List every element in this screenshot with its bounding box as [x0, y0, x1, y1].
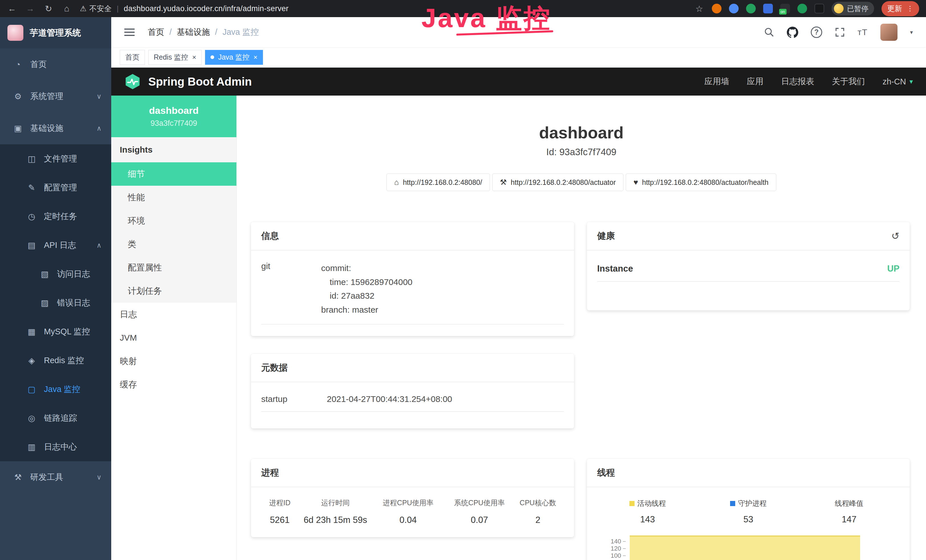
breadcrumb-infra[interactable]: 基础设施 [177, 27, 210, 38]
sba-nav-wallboard[interactable]: 应用墙 [704, 76, 729, 87]
menu-item-jvm[interactable]: JVM [111, 326, 236, 350]
update-button[interactable]: 更新 ⋮ [882, 1, 919, 16]
browser-home-icon[interactable]: ⌂ [62, 4, 72, 14]
legend-swatch-blue [730, 501, 735, 506]
tab-home[interactable]: 首页 [120, 50, 145, 65]
sidebar-item-dev-tools[interactable]: ⚒ 研发工具 ∨ [0, 461, 111, 493]
forward-icon[interactable]: → [25, 4, 35, 14]
sidebar-item-tracing[interactable]: ◎ 链路追踪 [0, 404, 111, 433]
profile-paused-badge[interactable]: 已暂停 [832, 2, 874, 15]
font-size-icon[interactable]: тT [858, 27, 868, 37]
menu-item-scheduled-tasks[interactable]: 计划任务 [111, 279, 236, 303]
actuator-url: http://192.168.0.2:48080/actuator [511, 178, 616, 186]
caret-down-icon: ▾ [909, 77, 913, 86]
sidebar-item-label: 首页 [30, 59, 47, 70]
heart-icon: ♥ [633, 178, 638, 187]
sidebar-item-file-mgmt[interactable]: ◫ 文件管理 [0, 144, 111, 173]
dev-tools-icon: ⚒ [12, 472, 23, 482]
menu-item-classes[interactable]: 类 [111, 233, 236, 256]
user-avatar[interactable] [881, 24, 897, 41]
breadcrumb-home[interactable]: 首页 [148, 27, 164, 38]
github-icon[interactable] [787, 27, 798, 38]
sidebar-item-access-log[interactable]: ▧ 访问日志 [0, 260, 111, 288]
git-time-line: time: 1596289704000 [321, 275, 412, 289]
axis-tick: 140 [597, 538, 626, 545]
logo-avatar [8, 25, 23, 41]
sidebar-logo[interactable]: 芋道管理系统 [0, 17, 111, 48]
sidebar-item-scheduled-jobs[interactable]: ◷ 定时任务 [0, 202, 111, 231]
sidebar-item-system[interactable]: ⚙ 系统管理 ∨ [0, 80, 111, 112]
menu-item-mappings[interactable]: 映射 [111, 350, 236, 373]
back-icon[interactable]: ← [7, 4, 17, 14]
sidebar-item-redis-monitor[interactable]: ◈ Redis 监控 [0, 346, 111, 375]
actuator-url-button[interactable]: ⚒ http://192.168.0.2:48080/actuator [492, 173, 624, 191]
instance-id: 93a3fc7f7409 [151, 119, 197, 128]
home-icon: ⌂ [394, 178, 399, 187]
process-col-header: 进程CPU使用率 [383, 498, 433, 507]
info-card-header: 信息 [251, 222, 574, 250]
sidebar-item-home[interactable]: ◔ 首页 [0, 48, 111, 80]
menu-item-config-props[interactable]: 配置属性 [111, 256, 236, 279]
extension-icon[interactable] [746, 4, 756, 14]
threads-legend: 活动线程 143 守护进程 53 线程峰值 [597, 499, 899, 525]
search-icon[interactable] [764, 27, 774, 37]
process-cpu-value: 0.04 [399, 515, 417, 525]
sidebar-item-config-mgmt[interactable]: ✎ 配置管理 [0, 173, 111, 202]
puzzle-extension-icon[interactable] [814, 4, 824, 14]
sidebar-item-mysql-monitor[interactable]: ▦ MySQL 监控 [0, 317, 111, 346]
sba-nav-applications[interactable]: 应用 [747, 76, 763, 87]
menu-item-performance[interactable]: 性能 [111, 186, 236, 209]
tab-redis-monitor[interactable]: Redis 监控 × [148, 50, 202, 65]
history-icon[interactable]: ↺ [891, 230, 900, 242]
menu-item-details[interactable]: 细节 [111, 162, 236, 186]
extension-icon[interactable] [797, 4, 807, 14]
menu-item-logs[interactable]: 日志 [111, 303, 236, 326]
menu-item-caches[interactable]: 缓存 [111, 373, 236, 396]
header-actions: ? тT ▾ [764, 24, 913, 41]
sidebar-item-error-log[interactable]: ▨ 错误日志 [0, 288, 111, 317]
reload-icon[interactable]: ↻ [43, 4, 54, 14]
file-icon: ◫ [26, 154, 37, 164]
sba-nav-journal[interactable]: 日志报表 [781, 76, 814, 87]
sidebar-item-api-log[interactable]: ▤ API 日志 ∧ [0, 231, 111, 260]
sidebar-item-label: 错误日志 [57, 297, 90, 309]
health-url-button[interactable]: ♥ http://192.168.0.2:48080/actuator/heal… [626, 173, 776, 191]
chevron-up-icon: ∧ [96, 124, 101, 132]
sidebar-item-infra[interactable]: ▣ 基础设施 ∧ [0, 112, 111, 144]
daemon-threads-value: 53 [698, 515, 799, 525]
info-label: git [261, 261, 321, 317]
sidebar-item-label: 链路追踪 [44, 413, 77, 424]
tab-label: Redis 监控 [154, 53, 188, 62]
peak-threads-value: 147 [799, 515, 899, 525]
extension-icon[interactable] [712, 4, 722, 14]
fullscreen-icon[interactable] [835, 27, 845, 37]
extension-icon[interactable] [763, 4, 773, 14]
avatar-caret-icon[interactable]: ▾ [910, 29, 913, 36]
sba-locale-select[interactable]: zh-CN ▾ [883, 77, 913, 86]
axis-label: 140 [611, 538, 621, 545]
menu-item-environment[interactable]: 环境 [111, 209, 236, 233]
process-col-header: 进程ID [269, 498, 291, 507]
bookmark-star-icon[interactable]: ☆ [694, 4, 704, 14]
sba-nav-about[interactable]: 关于我们 [832, 76, 865, 87]
sidebar-item-log-center[interactable]: ▥ 日志中心 [0, 433, 111, 461]
axis-label: 120 [611, 545, 621, 552]
page-root: ← → ↻ ⌂ ⚠ 不安全 | dashboard.yudao.iocoder.… [0, 0, 926, 560]
extension-icon[interactable]: on [780, 4, 790, 14]
url-separator: | [117, 4, 119, 13]
kebab-menu-icon[interactable]: ⋮ [906, 5, 914, 12]
sidebar-item-java-monitor[interactable]: ▢ Java 监控 [0, 375, 111, 404]
help-icon[interactable]: ? [811, 27, 822, 38]
extension-icon[interactable] [729, 4, 738, 14]
address-bar[interactable]: ⚠ 不安全 | dashboard.yudao.iocoder.cn/infra… [80, 4, 289, 14]
close-icon[interactable]: × [254, 53, 257, 61]
url-text[interactable]: dashboard.yudao.iocoder.cn/infra/admin-s… [124, 4, 289, 13]
instance-header[interactable]: dashboard 93a3fc7f7409 [111, 95, 236, 137]
hamburger-icon[interactable] [124, 32, 135, 33]
sba-brand-title[interactable]: Spring Boot Admin [148, 75, 252, 88]
security-warning[interactable]: ⚠ 不安全 [80, 4, 112, 14]
tab-java-monitor[interactable]: Java 监控 × [205, 50, 263, 65]
close-icon[interactable]: × [192, 53, 196, 61]
legend-daemon-threads: 守护进程 [698, 499, 799, 508]
service-url-button[interactable]: ⌂ http://192.168.0.2:48080/ [386, 173, 490, 191]
